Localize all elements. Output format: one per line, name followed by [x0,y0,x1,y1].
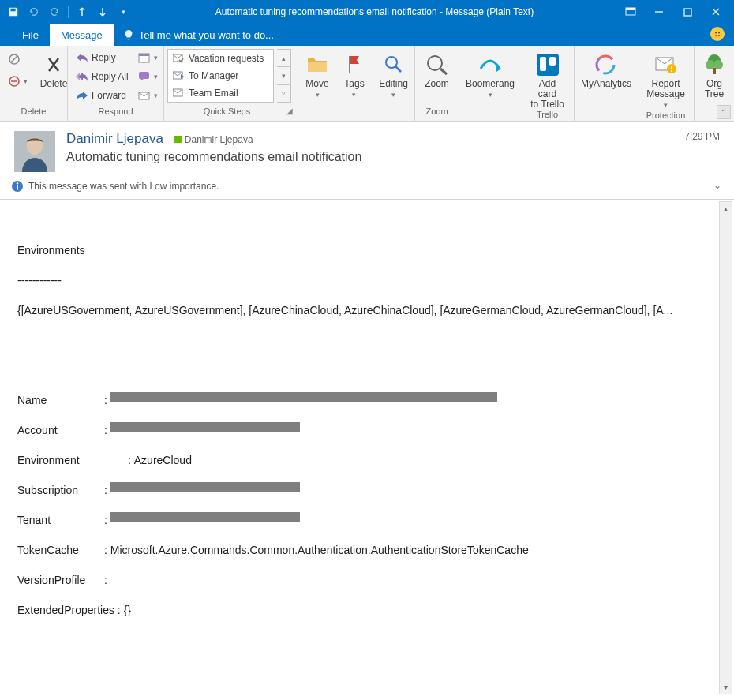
sender-name: Danimir Ljepava [66,131,163,147]
lightbulb-icon [123,29,134,40]
presence-icon [174,136,182,143]
reply-button[interactable]: Reply [73,49,132,66]
reply-all-button[interactable]: Reply All [73,68,132,85]
im-button[interactable]: ▾ [135,68,161,85]
svg-rect-12 [139,72,149,79]
ignore-icon [8,53,21,66]
window-title: Automatic tuning recommendations email n… [132,6,617,17]
svg-rect-24 [540,57,546,71]
redacted [110,512,300,522]
collapse-ribbon-icon[interactable]: ⌃ [717,105,731,119]
field-tokencache-value: Microsoft.Azure.Commands.Common.Authenti… [110,543,529,558]
qat-customize-icon[interactable]: ▾ [114,3,132,21]
trello-icon [535,52,560,77]
svg-line-7 [11,56,17,62]
tab-file[interactable]: File [11,24,50,46]
svg-rect-1 [626,8,635,10]
redo-icon[interactable] [46,3,63,21]
quicksteps-gallery[interactable]: Vacation requests To Manager Team Email [167,49,274,103]
group-label-trello: Trello [521,110,574,121]
svg-point-18 [386,57,397,68]
boomerang-icon [477,52,503,77]
message-header: Danimir Ljepava Danimir Ljepava Automati… [0,122,734,177]
info-text: This message was sent with Low importanc… [28,181,219,192]
svg-rect-3 [684,9,691,16]
ribbon: ▾ Delete Delete Reply Reply All Forward … [0,46,734,122]
ignore-button[interactable] [5,51,31,68]
message-subject: Automatic tuning recommendations email n… [66,150,673,164]
svg-point-20 [428,56,442,70]
move-icon [305,52,330,77]
zoom-icon [425,52,450,77]
svg-rect-31 [671,66,672,69]
flag-icon [342,52,367,77]
forward-button[interactable]: Forward [73,87,132,104]
orgtree-button[interactable]: OrgTree [695,49,734,99]
quicksteps-launcher-icon[interactable]: ◢ [286,107,294,115]
expand-header-icon[interactable]: ⌄ [713,180,721,191]
report-message-button[interactable]: ReportMessage ▾ [642,49,689,110]
svg-point-5 [718,32,720,34]
svg-point-41 [17,182,18,184]
zoom-button[interactable]: Zoom [418,49,457,89]
svg-rect-17 [349,56,350,73]
junk-icon [8,75,21,88]
ribbon-tabs: File Message Tell me what you want to do… [0,24,734,46]
more-respond-icon [138,89,151,102]
move-button[interactable]: Move▾ [298,49,337,100]
forward-icon [76,89,88,102]
field-env-value: AzureCloud [134,453,192,468]
meeting-button[interactable]: ▾ [135,49,161,66]
minimize-icon[interactable] [646,1,672,23]
tags-button[interactable]: Tags▾ [335,49,374,100]
svg-rect-40 [17,185,18,190]
quickstep-tomanager[interactable]: To Manager [168,67,273,84]
svg-rect-25 [549,57,556,66]
svg-rect-11 [139,54,149,56]
more-respond-button[interactable]: ▾ [135,87,161,104]
body-environments-heading: Environments [17,243,698,258]
scroll-down-icon[interactable]: ▾ [720,680,732,694]
field-tokencache-label: TokenCache [17,543,104,558]
quickstep-teamemail[interactable]: Team Email [168,84,273,102]
tell-me-search[interactable]: Tell me what you want to do... [114,24,283,46]
undo-icon[interactable] [25,3,43,21]
mail-check-icon [173,54,184,63]
vertical-scrollbar[interactable]: ▴ ▾ [719,201,732,694]
boomerang-button[interactable]: Boomerang▾ [464,49,516,100]
scroll-up-icon[interactable]: ▴ [720,202,732,215]
field-sub-label: Subscription [17,483,104,498]
myanalytics-icon [594,52,619,77]
field-account-label: Account [17,423,104,438]
to-manager-icon [173,71,184,80]
redacted [110,482,300,492]
field-env-label: Environment [17,453,104,468]
maximize-icon[interactable] [674,1,701,23]
tab-message[interactable]: Message [50,24,114,46]
svg-rect-32 [671,70,672,72]
tell-me-label: Tell me what you want to do... [139,29,274,41]
info-bar: This message was sent with Low importanc… [0,177,734,200]
myanalytics-button[interactable]: MyAnalytics [579,49,633,89]
quickstep-vacation[interactable]: Vacation requests [168,50,273,67]
junk-button[interactable]: ▾ [5,73,31,90]
reply-icon [76,51,88,64]
next-item-icon[interactable] [94,3,111,21]
quicksteps-scroll[interactable]: ▴▾▿ [277,49,291,103]
svg-point-28 [595,54,615,74]
save-icon[interactable] [5,3,22,21]
trello-button[interactable]: Add cardto Trello [526,49,569,110]
prev-item-icon[interactable] [73,3,91,21]
ribbon-display-icon[interactable] [617,1,644,23]
group-label-zoom: Zoom [415,107,459,121]
body-sep: ------------ [17,273,698,288]
close-icon[interactable] [702,1,729,23]
feedback-icon[interactable] [710,27,725,41]
group-label-protection: Protection [638,110,694,121]
field-tenant-label: Tenant [17,513,104,528]
message-body-container: Environments ------------ {[AzureUSGover… [0,200,734,696]
report-icon [653,52,679,77]
group-label-delete: Delete [0,107,67,121]
svg-point-4 [715,32,717,34]
editing-button[interactable]: Editing▾ [374,49,414,100]
